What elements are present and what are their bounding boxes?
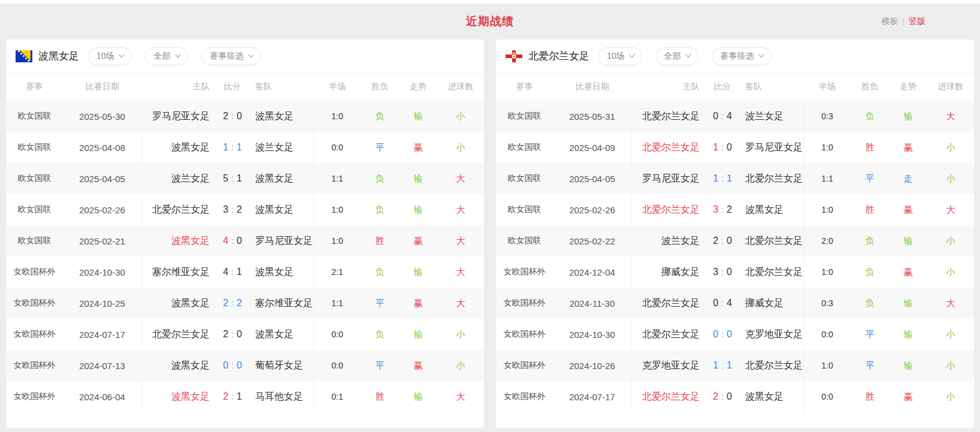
result-cell: 胜 (851, 391, 889, 403)
matches-count-dropdown[interactable]: 10场 (87, 47, 132, 65)
match-rows: 欧女国联 2025-05-30 罗马尼亚女足 2 : 0 波黑女足 1:0 负 … (6, 101, 484, 412)
result-cell: 负 (361, 329, 399, 340)
trend-cell: 输 (889, 329, 927, 340)
competition-filter-dropdown[interactable]: 赛事筛选 (712, 47, 772, 65)
away-score: 2 (237, 204, 242, 215)
goals-over-under-cell: 小 (437, 360, 484, 371)
result-cell: 负 (851, 111, 889, 122)
match-row[interactable]: 欧女国联 2025-02-26 北爱尔兰女足 3 : 2 波黑女足 1:0 胜 … (496, 194, 974, 225)
column-header-7: 走势 (889, 81, 927, 92)
competition-cell: 女欧国杯外 (496, 329, 553, 340)
score-colon: : (231, 174, 234, 183)
match-row[interactable]: 欧女国联 2025-04-09 北爱尔兰女足 1 : 0 罗马尼亚女足 1:0 … (496, 132, 974, 163)
halftime-score-cell: 1:0 (314, 111, 361, 121)
match-date-cell: 2024-07-17 (63, 319, 142, 350)
scope-label: 全部 (154, 51, 171, 62)
score-cell: 3 : 0 (706, 267, 739, 277)
result-cell: 平 (361, 142, 399, 153)
home-team-name: 波黑女足 (142, 297, 216, 310)
competition-cell: 欧女国联 (496, 235, 553, 246)
home-team-name: 波黑女足 (142, 360, 216, 372)
match-row[interactable]: 女欧国杯外 2024-11-30 北爱尔兰女足 0 : 4 挪威女足 0:3 负… (496, 288, 974, 319)
match-row[interactable]: 欧女国联 2025-04-08 波黑女足 1 : 1 波兰女足 0:0 平 赢 … (6, 132, 484, 163)
home-team-name: 北爱尔兰女足 (632, 141, 706, 154)
score-colon: : (721, 143, 724, 152)
result-cell: 负 (851, 267, 889, 278)
match-row[interactable]: 女欧国杯外 2024-10-30 北爱尔兰女足 0 : 0 克罗地亚女足 0:0… (496, 319, 974, 350)
scope-dropdown[interactable]: 全部 (145, 47, 188, 65)
competition-cell: 欧女国联 (6, 204, 63, 215)
view-toggle-separator: | (902, 17, 905, 26)
goals-over-under-cell: 大 (927, 298, 974, 309)
match-row[interactable]: 欧女国联 2025-02-21 波黑女足 4 : 0 罗马尼亚女足 1:0 胜 … (6, 225, 484, 256)
column-header-5: 半场 (314, 81, 361, 92)
match-row[interactable]: 女欧国杯外 2024-06-04 波黑女足 2 : 1 马耳他女足 0:1 胜 … (6, 381, 484, 412)
score-cell: 2 : 0 (706, 391, 739, 402)
goals-over-under-cell: 大 (437, 173, 484, 185)
match-row[interactable]: 欧女国联 2025-04-05 波兰女足 5 : 1 波黑女足 1:1 负 输 … (6, 163, 484, 194)
match-row[interactable]: 欧女国联 2025-04-05 罗马尼亚女足 1 : 1 北爱尔兰女足 1:1 … (496, 163, 974, 194)
match-row[interactable]: 欧女国联 2025-05-30 罗马尼亚女足 2 : 0 波黑女足 1:0 负 … (6, 101, 484, 132)
horizontal-view-link[interactable]: 横板 (881, 16, 898, 27)
match-row[interactable]: 女欧国杯外 2024-10-26 克罗地亚女足 1 : 1 北爱尔兰女足 1:0… (496, 350, 974, 381)
score-cell: 2 : 0 (706, 235, 739, 246)
table-column-header: 赛事比赛日期主队比分客队半场胜负走势进球数 (496, 73, 974, 101)
result-cell: 胜 (361, 391, 399, 403)
away-team-name: 北爱尔兰女足 (739, 225, 804, 256)
halftime-score-cell: 1:0 (314, 236, 361, 246)
vertical-view-link[interactable]: 竖版 (909, 16, 925, 27)
goals-over-under-cell: 小 (437, 329, 484, 340)
away-score: 1 (727, 173, 732, 184)
goals-over-under-cell: 小 (927, 173, 974, 185)
home-score: 0 (713, 111, 718, 122)
competition-filter-label: 赛事筛选 (721, 51, 754, 62)
score-colon: : (721, 111, 724, 121)
match-row[interactable]: 女欧国杯外 2024-12-04 挪威女足 3 : 0 北爱尔兰女足 1:0 负… (496, 256, 974, 288)
away-team-name: 波兰女足 (249, 132, 314, 163)
halftime-score-cell: 1:0 (314, 205, 361, 215)
match-row[interactable]: 欧女国联 2025-02-26 北爱尔兰女足 3 : 2 波黑女足 1:0 负 … (6, 194, 484, 225)
match-row[interactable]: 欧女国联 2025-05-31 北爱尔兰女足 0 : 4 波兰女足 0:3 负 … (496, 101, 974, 132)
away-score: 1 (237, 173, 242, 184)
match-row[interactable]: 女欧国杯外 2024-07-17 北爱尔兰女足 2 : 0 波黑女足 0:0 负… (6, 319, 484, 350)
halftime-score-cell: 2:1 (314, 267, 361, 277)
competition-cell: 欧女国联 (496, 173, 553, 184)
match-row[interactable]: 女欧国杯外 2024-10-25 波黑女足 2 : 2 塞尔维亚女足 1:1 平… (6, 288, 484, 319)
match-date-cell: 2024-07-13 (63, 350, 142, 381)
goals-over-under-cell: 大 (437, 235, 484, 247)
column-header-8: 进球数 (927, 81, 974, 92)
column-header-8: 进球数 (437, 81, 484, 92)
score-colon: : (721, 392, 724, 401)
match-date-cell: 2024-07-17 (553, 381, 632, 412)
score-cell: 3 : 2 (706, 204, 739, 215)
match-row[interactable]: 欧女国联 2025-02-22 波兰女足 2 : 0 北爱尔兰女足 2:0 负 … (496, 225, 974, 256)
match-date-cell: 2024-10-25 (63, 288, 142, 319)
match-row[interactable]: 女欧国杯外 2024-10-30 塞尔维亚女足 4 : 1 波黑女足 2:1 负… (6, 256, 484, 288)
score-cell: 0 : 4 (706, 111, 739, 122)
competition-cell: 女欧国杯外 (496, 391, 553, 402)
trend-cell: 输 (399, 173, 437, 185)
home-team-name: 波黑女足 (142, 391, 216, 403)
halftime-score-cell: 1:1 (314, 298, 361, 308)
home-team-name: 塞尔维亚女足 (142, 266, 216, 279)
trend-cell: 赢 (399, 298, 437, 309)
halftime-score-cell: 1:0 (804, 205, 851, 215)
home-score: 3 (713, 267, 718, 277)
away-team-name: 波黑女足 (739, 194, 804, 225)
home-score: 0 (223, 360, 228, 371)
away-team-name: 波黑女足 (249, 256, 314, 288)
score-cell: 2 : 0 (216, 329, 249, 340)
competition-filter-dropdown[interactable]: 赛事筛选 (201, 47, 261, 65)
match-row[interactable]: 女欧国杯外 2024-07-17 北爱尔兰女足 2 : 0 波黑女足 0:0 胜… (496, 381, 974, 412)
trend-cell: 赢 (889, 204, 927, 216)
home-team-name: 波兰女足 (632, 235, 706, 247)
page-title: 近期战绩 (466, 14, 514, 29)
competition-cell: 女欧国杯外 (6, 298, 63, 309)
matches-count-dropdown[interactable]: 10场 (598, 47, 642, 65)
match-row[interactable]: 女欧国杯外 2024-07-13 波黑女足 0 : 0 葡萄牙女足 0:0 平 … (6, 350, 484, 381)
away-score: 0 (237, 111, 242, 122)
away-score: 2 (237, 298, 242, 309)
score-cell: 0 : 0 (706, 329, 739, 340)
scope-dropdown[interactable]: 全部 (655, 47, 698, 65)
match-date-cell: 2024-06-04 (63, 381, 142, 412)
